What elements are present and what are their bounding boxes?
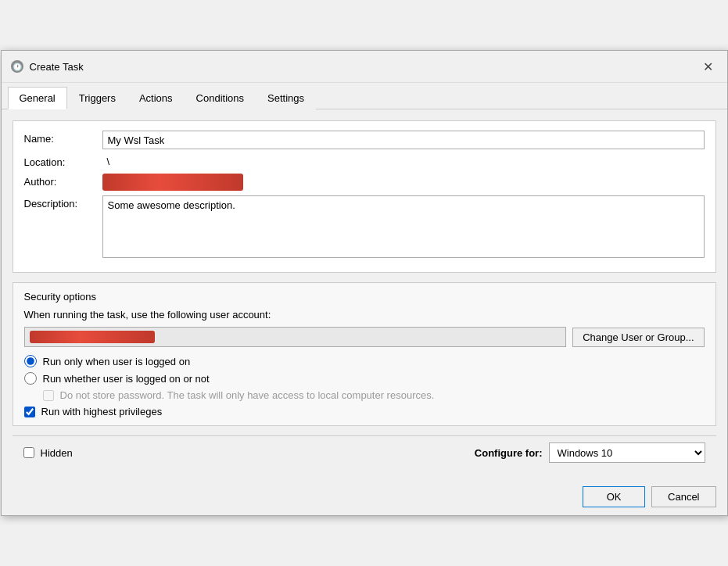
- general-form-section: Name: Location: \ Author: Description: S…: [13, 120, 716, 273]
- tab-general[interactable]: General: [8, 87, 67, 109]
- configure-for-select[interactable]: Windows 10 Windows 7, Windows Server 200…: [549, 442, 705, 463]
- dialog-title: Create Task: [30, 61, 84, 73]
- name-row: Name:: [24, 131, 705, 149]
- radio-run-whether[interactable]: [24, 372, 37, 385]
- hidden-checkbox[interactable]: [23, 447, 34, 458]
- title-bar-left: 🕐 Create Task: [11, 60, 84, 73]
- tab-triggers[interactable]: Triggers: [67, 87, 127, 109]
- tab-actions[interactable]: Actions: [127, 87, 185, 109]
- run-highest-row: Run with highest privileges: [24, 406, 705, 417]
- do-not-store-row: Do not store password. The task will onl…: [43, 389, 705, 401]
- cancel-button[interactable]: Cancel: [651, 486, 715, 507]
- do-not-store-label: Do not store password. The task will onl…: [60, 389, 435, 401]
- security-title: Security options: [24, 291, 705, 303]
- tab-settings[interactable]: Settings: [256, 87, 316, 109]
- run-highest-checkbox[interactable]: [24, 407, 35, 417]
- name-label: Name:: [24, 131, 102, 145]
- location-label: Location:: [24, 154, 102, 168]
- user-account-row: Change User or Group...: [24, 327, 705, 347]
- description-input[interactable]: Some awesome description.: [102, 195, 705, 258]
- radio-whether-label: Run whether user is logged on or not: [43, 373, 210, 385]
- radio-logged-on-row: Run only when user is logged on: [24, 355, 705, 367]
- dialog-footer: OK Cancel: [2, 480, 727, 515]
- close-button[interactable]: ✕: [699, 57, 718, 76]
- user-account-redacted: [30, 331, 155, 343]
- run-highest-label: Run with highest privileges: [41, 406, 163, 417]
- radio-run-logged-on[interactable]: [24, 355, 37, 367]
- tab-content: Name: Location: \ Author: Description: S…: [2, 109, 727, 480]
- security-desc: When running the task, use the following…: [24, 309, 705, 321]
- user-account-field: [24, 327, 567, 347]
- tab-bar: General Triggers Actions Conditions Sett…: [2, 83, 727, 109]
- author-redacted: [102, 174, 243, 191]
- ok-button[interactable]: OK: [583, 486, 645, 507]
- location-row: Location: \: [24, 154, 705, 169]
- configure-for-label: Configure for:: [475, 447, 543, 459]
- task-scheduler-icon: 🕐: [11, 60, 23, 73]
- author-row: Author:: [24, 174, 705, 191]
- hidden-row: Hidden: [23, 447, 467, 459]
- title-bar: 🕐 Create Task ✕: [2, 51, 727, 83]
- description-label: Description:: [24, 195, 102, 210]
- do-not-store-checkbox[interactable]: [43, 390, 54, 401]
- hidden-label: Hidden: [41, 447, 73, 459]
- configure-for-row: Configure for: Windows 10 Windows 7, Win…: [475, 442, 705, 463]
- description-row: Description: Some awesome description.: [24, 195, 705, 258]
- name-input[interactable]: [102, 131, 705, 149]
- change-user-button[interactable]: Change User or Group...: [572, 328, 704, 347]
- bottom-bar: Hidden Configure for: Windows 10 Windows…: [13, 435, 716, 469]
- tab-conditions[interactable]: Conditions: [185, 87, 256, 109]
- create-task-dialog: 🕐 Create Task ✕ General Triggers Actions…: [1, 50, 728, 516]
- author-label: Author:: [24, 174, 102, 188]
- security-options-section: Security options When running the task, …: [13, 282, 716, 426]
- radio-logged-on-label: Run only when user is logged on: [43, 356, 191, 367]
- location-value: \: [102, 154, 705, 169]
- radio-whether-logged-row: Run whether user is logged on or not: [24, 372, 705, 385]
